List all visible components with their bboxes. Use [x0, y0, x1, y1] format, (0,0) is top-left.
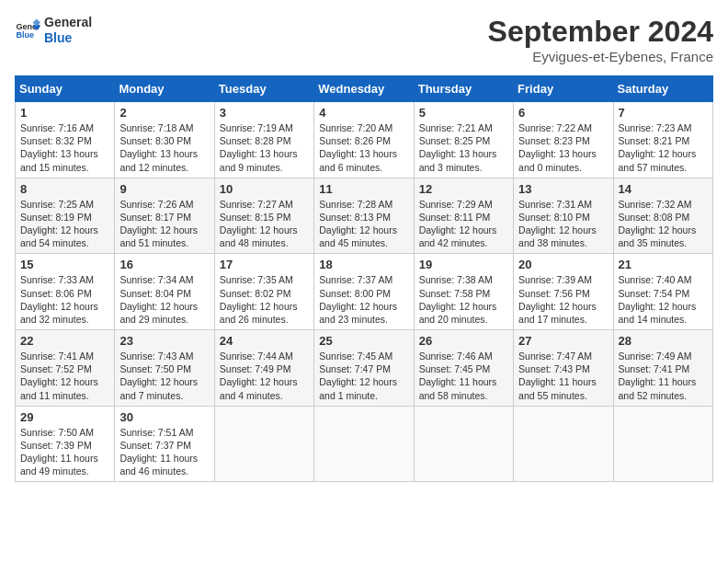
day-content: Sunrise: 7:46 AM: [419, 350, 508, 362]
day-content: Daylight: 12 hours: [220, 300, 309, 313]
weekday-header: Monday: [115, 76, 214, 102]
day-content: Sunset: 7:47 PM: [319, 362, 408, 375]
day-content: and 12 minutes.: [119, 161, 209, 174]
day-content: and 42 minutes.: [419, 236, 508, 249]
calendar-cell: [214, 406, 313, 482]
day-content: Sunset: 8:28 PM: [220, 134, 309, 147]
day-content: and 17 minutes.: [518, 313, 608, 326]
calendar-cell: 20Sunrise: 7:39 AMSunset: 7:56 PMDayligh…: [514, 254, 613, 330]
calendar-cell: 7Sunrise: 7:23 AMSunset: 8:21 PMDaylight…: [613, 102, 712, 178]
logo-icon: General Blue: [15, 17, 40, 43]
day-content: Daylight: 12 hours: [20, 375, 109, 388]
calendar-cell: 8Sunrise: 7:25 AMSunset: 8:19 PMDaylight…: [16, 178, 115, 254]
day-content: and 32 minutes.: [20, 313, 109, 326]
day-content: Sunset: 8:00 PM: [319, 287, 408, 300]
weekday-header: Wednesday: [314, 76, 414, 102]
day-content: and 48 minutes.: [220, 236, 309, 249]
day-content: Sunset: 8:32 PM: [20, 134, 109, 147]
day-content: Daylight: 12 hours: [220, 375, 309, 388]
calendar-cell: 22Sunrise: 7:41 AMSunset: 7:52 PMDayligh…: [16, 330, 115, 407]
weekday-header: Tuesday: [214, 76, 313, 102]
day-content: Sunrise: 7:37 AM: [319, 273, 408, 286]
day-content: Sunset: 7:54 PM: [619, 287, 708, 300]
day-content: and 57 minutes.: [619, 161, 708, 174]
day-content: Daylight: 11 hours: [619, 375, 708, 388]
day-content: Sunset: 8:23 PM: [518, 134, 608, 147]
day-number: 7: [619, 106, 708, 120]
calendar-cell: 4Sunrise: 7:20 AMSunset: 8:26 PMDaylight…: [314, 102, 414, 178]
day-content: Daylight: 12 hours: [20, 224, 109, 236]
day-content: Sunrise: 7:31 AM: [518, 198, 608, 211]
day-content: Sunrise: 7:51 AM: [119, 426, 209, 439]
day-content: Daylight: 13 hours: [518, 147, 608, 160]
day-content: and 15 minutes.: [20, 161, 109, 174]
calendar-table: SundayMondayTuesdayWednesdayThursdayFrid…: [15, 75, 713, 482]
day-content: Sunset: 8:17 PM: [119, 211, 209, 224]
day-content: Sunrise: 7:45 AM: [319, 350, 408, 362]
day-content: Sunrise: 7:49 AM: [619, 350, 708, 362]
calendar-week-row: 8Sunrise: 7:25 AMSunset: 8:19 PMDaylight…: [16, 178, 713, 254]
calendar-body: 1Sunrise: 7:16 AMSunset: 8:32 PMDaylight…: [16, 102, 713, 482]
day-content: Sunset: 8:19 PM: [20, 211, 109, 224]
day-content: and 14 minutes.: [619, 313, 708, 326]
day-content: Daylight: 12 hours: [518, 300, 608, 313]
day-content: Sunrise: 7:25 AM: [20, 198, 109, 211]
calendar-cell: [414, 406, 513, 482]
calendar-cell: 1Sunrise: 7:16 AMSunset: 8:32 PMDaylight…: [16, 102, 115, 178]
day-number: 17: [220, 258, 309, 271]
day-content: Daylight: 12 hours: [319, 224, 408, 236]
calendar-cell: 18Sunrise: 7:37 AMSunset: 8:00 PMDayligh…: [314, 254, 414, 330]
day-content: Sunset: 8:30 PM: [119, 134, 209, 147]
day-content: Daylight: 12 hours: [119, 300, 209, 313]
day-content: Sunrise: 7:23 AM: [619, 121, 708, 134]
calendar-header-row: SundayMondayTuesdayWednesdayThursdayFrid…: [16, 76, 713, 102]
day-content: Daylight: 12 hours: [319, 300, 408, 313]
day-content: and 0 minutes.: [518, 161, 608, 174]
month-title: September 2024: [488, 15, 713, 49]
day-content: and 52 minutes.: [619, 389, 708, 402]
calendar-cell: 14Sunrise: 7:32 AMSunset: 8:08 PMDayligh…: [613, 178, 712, 254]
calendar-cell: 29Sunrise: 7:50 AMSunset: 7:39 PMDayligh…: [16, 406, 115, 482]
day-content: Daylight: 12 hours: [619, 300, 708, 313]
day-number: 28: [619, 334, 708, 348]
header: General Blue General Blue September 2024…: [15, 15, 713, 64]
day-content: and 58 minutes.: [419, 389, 508, 402]
day-number: 14: [619, 182, 708, 196]
day-content: and 3 minutes.: [419, 161, 508, 174]
day-content: and 35 minutes.: [619, 236, 708, 249]
day-content: Daylight: 13 hours: [319, 147, 408, 160]
calendar-cell: 11Sunrise: 7:28 AMSunset: 8:13 PMDayligh…: [314, 178, 414, 254]
logo-general: General: [44, 15, 92, 30]
day-number: 9: [119, 182, 209, 196]
calendar-cell: 26Sunrise: 7:46 AMSunset: 7:45 PMDayligh…: [414, 330, 513, 407]
day-content: and 46 minutes.: [119, 465, 209, 477]
calendar-week-row: 15Sunrise: 7:33 AMSunset: 8:06 PMDayligh…: [16, 254, 713, 330]
day-number: 6: [518, 106, 608, 120]
day-number: 18: [319, 258, 408, 271]
day-content: and 54 minutes.: [20, 236, 109, 249]
day-content: Daylight: 12 hours: [619, 147, 708, 160]
day-number: 15: [20, 258, 109, 271]
day-content: Sunset: 7:50 PM: [119, 362, 209, 375]
svg-text:Blue: Blue: [16, 30, 34, 40]
calendar-cell: [613, 406, 712, 482]
day-content: Sunset: 7:58 PM: [419, 287, 508, 300]
day-content: and 51 minutes.: [119, 236, 209, 249]
day-content: and 49 minutes.: [20, 465, 109, 477]
calendar-cell: 21Sunrise: 7:40 AMSunset: 7:54 PMDayligh…: [613, 254, 712, 330]
calendar-cell: 5Sunrise: 7:21 AMSunset: 8:25 PMDaylight…: [414, 102, 513, 178]
day-content: Daylight: 13 hours: [220, 147, 309, 160]
day-content: Sunrise: 7:39 AM: [518, 273, 608, 286]
day-content: Sunset: 8:26 PM: [319, 134, 408, 147]
day-content: and 29 minutes.: [119, 313, 209, 326]
day-content: and 11 minutes.: [20, 389, 109, 402]
day-content: Sunset: 8:06 PM: [20, 287, 109, 300]
day-content: Sunrise: 7:29 AM: [419, 198, 508, 211]
day-number: 25: [319, 334, 408, 348]
calendar-cell: 27Sunrise: 7:47 AMSunset: 7:43 PMDayligh…: [514, 330, 613, 407]
calendar-cell: 25Sunrise: 7:45 AMSunset: 7:47 PMDayligh…: [314, 330, 414, 407]
day-content: Sunrise: 7:41 AM: [20, 350, 109, 362]
day-content: Sunset: 8:08 PM: [619, 211, 708, 224]
weekday-header: Sunday: [16, 76, 115, 102]
day-content: Daylight: 12 hours: [220, 224, 309, 236]
